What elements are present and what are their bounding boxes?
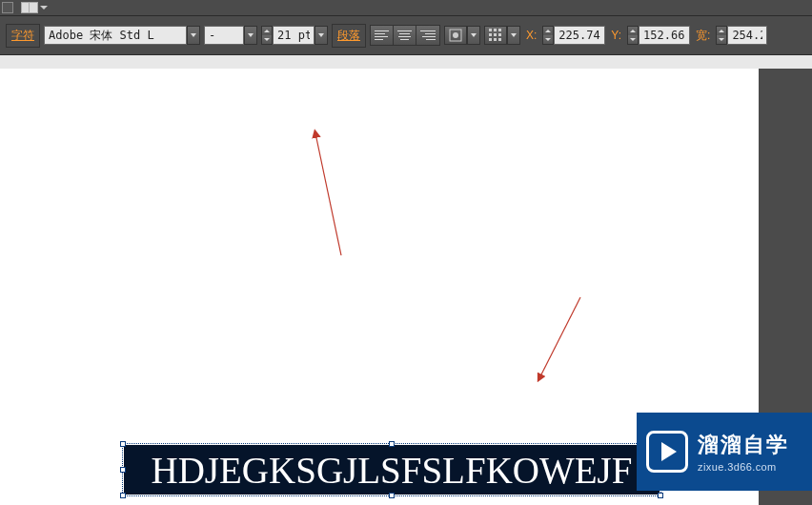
annotation-arrow-2	[539, 297, 580, 378]
character-panel-button[interactable]: 字符	[6, 24, 40, 48]
x-coord-spinner[interactable]	[542, 26, 554, 45]
y-coord-label: Y:	[609, 29, 623, 42]
font-size-spinner[interactable]	[261, 26, 273, 45]
x-coord-input[interactable]	[554, 26, 605, 45]
grid-icon[interactable]	[484, 26, 507, 45]
document-tab-icon[interactable]	[2, 2, 13, 13]
svg-point-1	[453, 32, 458, 38]
width-control[interactable]	[716, 26, 767, 45]
y-coord-input[interactable]	[639, 26, 690, 45]
font-family-dropdown[interactable]	[44, 26, 200, 45]
y-coord-control[interactable]	[627, 26, 690, 45]
ruler-strip	[0, 55, 812, 69]
font-family-dropdown-button[interactable]	[187, 26, 200, 45]
font-style-input[interactable]	[204, 26, 244, 45]
paragraph-panel-button[interactable]: 段落	[332, 24, 366, 48]
align-left-button[interactable]	[371, 26, 394, 45]
font-family-input[interactable]	[44, 26, 187, 45]
text-frame[interactable]: HDJEGKSGJLSFSLFKOWEJF	[124, 445, 660, 495]
text-toolbar: 字符 段落	[0, 15, 812, 55]
layout-dropdown-icon[interactable]	[40, 6, 48, 10]
align-button-group	[370, 25, 440, 46]
layout-panel-icon[interactable]	[21, 2, 38, 13]
watermark-overlay: 溜溜自学 zixue.3d66.com	[637, 413, 812, 491]
align-center-button[interactable]	[394, 26, 416, 45]
watermark-url: zixue.3d66.com	[698, 461, 789, 473]
width-spinner[interactable]	[716, 26, 727, 45]
window-tab-strip	[0, 0, 812, 15]
watermark-title: 溜溜自学	[698, 431, 789, 459]
x-coord-control[interactable]	[542, 26, 605, 45]
annotation-arrow-1	[315, 133, 341, 255]
opacity-dropdown-button[interactable]	[467, 26, 480, 45]
width-label: 宽:	[694, 28, 712, 44]
y-coord-spinner[interactable]	[627, 26, 639, 45]
align-right-button[interactable]	[416, 26, 439, 45]
grid-dropdown-button[interactable]	[507, 26, 520, 45]
font-style-dropdown[interactable]	[204, 26, 257, 45]
play-icon	[646, 431, 688, 473]
font-size-control[interactable]	[261, 26, 328, 45]
font-size-dropdown-button[interactable]	[315, 26, 328, 45]
width-input[interactable]	[727, 26, 767, 45]
font-size-input[interactable]	[273, 26, 315, 45]
x-coord-label: X:	[524, 29, 538, 42]
font-style-dropdown-button[interactable]	[244, 26, 257, 45]
opacity-icon[interactable]	[444, 26, 467, 45]
